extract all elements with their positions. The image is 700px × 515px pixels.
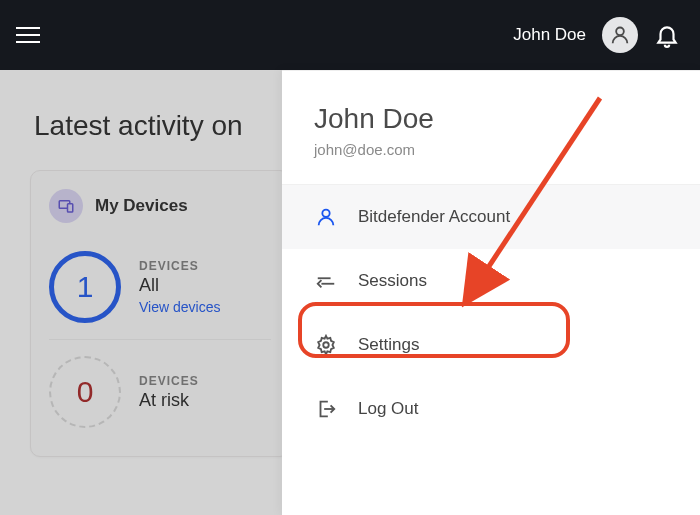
top-right: John Doe bbox=[513, 17, 680, 53]
sessions-icon bbox=[314, 269, 338, 293]
svg-point-4 bbox=[323, 342, 329, 348]
svg-point-0 bbox=[616, 27, 624, 35]
svg-point-3 bbox=[322, 210, 329, 217]
menu-item-label: Settings bbox=[358, 335, 419, 355]
top-bar: John Doe bbox=[0, 0, 700, 70]
dropdown-header: John Doe john@doe.com bbox=[282, 71, 700, 185]
user-outline-icon bbox=[314, 205, 338, 229]
logout-icon bbox=[314, 397, 338, 421]
header-username: John Doe bbox=[513, 25, 586, 45]
dropdown-name: John Doe bbox=[314, 103, 668, 135]
menu-item-label: Log Out bbox=[358, 399, 419, 419]
user-icon bbox=[609, 24, 631, 46]
menu-item-bitdefender-account[interactable]: Bitdefender Account bbox=[282, 185, 700, 249]
gear-icon bbox=[314, 333, 338, 357]
menu-button[interactable] bbox=[8, 15, 48, 55]
menu-item-settings[interactable]: Settings bbox=[282, 313, 700, 377]
avatar-button[interactable] bbox=[602, 17, 638, 53]
menu-item-sessions[interactable]: Sessions bbox=[282, 249, 700, 313]
menu-item-label: Bitdefender Account bbox=[358, 207, 510, 227]
menu-item-label: Sessions bbox=[358, 271, 427, 291]
account-dropdown: John Doe john@doe.com Bitdefender Accoun… bbox=[282, 70, 700, 515]
menu-item-logout[interactable]: Log Out bbox=[282, 377, 700, 441]
dropdown-email: john@doe.com bbox=[314, 141, 668, 158]
notifications-icon[interactable] bbox=[654, 22, 680, 48]
